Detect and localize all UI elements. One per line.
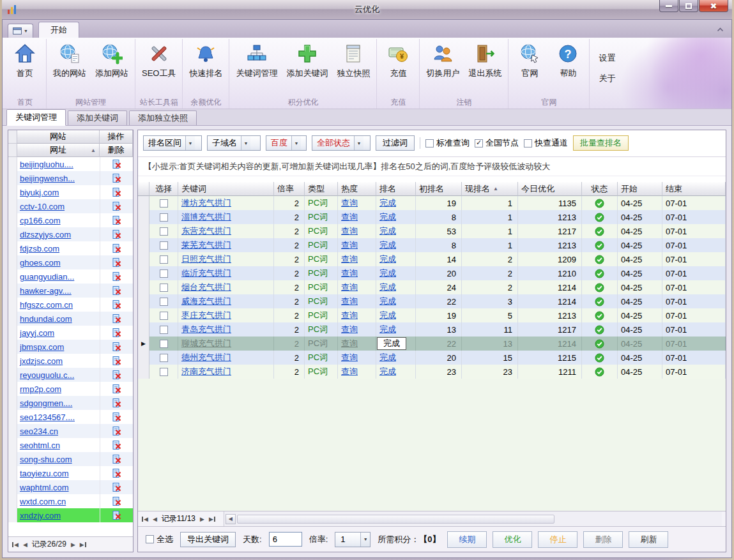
tab-add-snapshot[interactable]: 添加独立快照 [129,110,197,125]
exit-button[interactable]: 退出系统 [464,39,506,79]
rate-dropdown[interactable]: 1▼ [335,532,371,547]
hot-query-link[interactable]: 查询 [341,324,358,335]
site-row[interactable]: jbmspx.com [8,340,133,354]
row-checkbox[interactable] [160,340,168,348]
col-header-init-rank[interactable]: 初排名 [416,182,462,196]
row-select-cell[interactable] [149,238,178,252]
site-link[interactable]: song-shu.com [20,455,72,464]
national-node-checkbox[interactable]: 全国节点 [475,137,519,149]
site-link[interactable]: seo234.cn [20,427,58,436]
site-row[interactable]: taoyiezu.com [8,466,133,480]
url-col-header[interactable]: 网址▲ [17,144,100,157]
site-link[interactable]: biyukj.com [20,188,59,197]
site-row[interactable]: ghoes.com [8,255,133,269]
row-select-cell[interactable] [149,280,178,294]
row-checkbox[interactable] [160,298,168,306]
keyword-link[interactable]: 东营充气拱门 [181,225,231,237]
delete-site-button[interactable] [100,480,133,494]
grid-row[interactable]: 莱芜充气拱门 2 PC词 查询 完成 8 1 1213 04-25 07-01 [138,238,726,252]
keyword-link[interactable]: 聊城充气拱门 [181,338,231,349]
action-button[interactable]: 刷新 [629,531,668,548]
site-link[interactable]: beijingwensh... [20,174,75,183]
status-dropdown[interactable]: 全部状态▼ [312,135,371,151]
my-websites-button[interactable]: 我的网站 [49,39,91,79]
close-button[interactable]: ✖ [699,0,728,12]
delete-site-button[interactable] [100,227,133,241]
site-link[interactable]: reyouguolu.c... [20,370,74,380]
grid-row[interactable]: 德州充气拱门 2 PC词 查询 完成 20 15 1215 04-25 07-0… [138,351,726,365]
delete-site-button[interactable] [100,494,133,508]
site-row[interactable]: hawker-agv.... [8,284,133,298]
site-row[interactable]: jayyj.com [8,326,133,340]
engine-dropdown[interactable]: 百度▼ [266,135,307,151]
official-website-button[interactable]: 官网 [510,39,549,79]
site-row[interactable]: song-shu.com [8,452,133,466]
switch-user-button[interactable]: 切换用户 [422,39,464,79]
site-link[interactable]: cp166.com [20,216,61,225]
site-link[interactable]: fdjzsb.com [20,244,59,254]
col-header-type[interactable]: 类型 [305,182,338,196]
keyword-link[interactable]: 淄博充气拱门 [181,211,231,223]
last-page-icon[interactable]: ▶ [209,516,215,522]
site-link[interactable]: xndzjy.com [20,511,61,520]
site-link[interactable]: hndundai.com [20,314,72,324]
first-page-icon[interactable]: ◀ [12,541,19,548]
delete-site-button[interactable] [100,185,133,199]
keyword-link[interactable]: 德州充气拱门 [181,352,231,363]
site-row[interactable]: beijingluohu.... [8,157,133,171]
row-checkbox[interactable] [160,284,168,292]
site-link[interactable]: cctv-10.com [20,202,65,211]
hot-query-link[interactable]: 查询 [341,239,358,251]
site-link[interactable]: ghoes.com [20,258,61,268]
delete-site-button[interactable] [100,213,133,227]
site-link[interactable]: taoyiezu.com [20,469,69,478]
delete-site-button[interactable] [100,354,133,368]
keyword-link[interactable]: 日照充气拱门 [181,254,231,265]
site-row[interactable]: waphtml.com [8,480,133,494]
action-col-header[interactable]: 操作 [100,130,133,144]
col-header-end[interactable]: 结束 [662,182,726,196]
site-link[interactable]: dlzszyjys.com [20,230,71,239]
row-select-cell[interactable] [149,224,178,238]
rank-status-link[interactable]: 完成 [379,197,396,209]
site-row[interactable]: biyukj.com [8,185,133,199]
rank-status-link[interactable]: 完成 [379,211,396,223]
prev-page-icon[interactable]: ◀ [23,541,27,548]
delete-site-button[interactable] [100,298,133,312]
col-header-rank[interactable]: 排名 [376,182,416,196]
home-button[interactable]: 首页 [6,39,44,79]
site-row[interactable]: fdjzsb.com [8,241,133,255]
grid-row[interactable]: ▶ 聊城充气拱门 2 PC词 查询 完成 22 13 1214 04-25 07… [138,337,726,351]
rank-status-link[interactable]: 完成 [379,324,396,335]
site-link[interactable]: hfgszc.com.cn [20,300,73,310]
row-select-cell[interactable] [149,308,178,322]
col-header-cur-rank[interactable]: 现排名▲ [462,182,518,196]
add-website-button[interactable]: 添加网站 [91,39,133,79]
site-row[interactable]: sdgongmen.... [8,396,133,410]
row-checkbox[interactable] [160,269,168,278]
delete-site-button[interactable] [100,438,133,452]
grid-row[interactable]: 淄博充气拱门 2 PC词 查询 完成 8 1 1213 04-25 07-01 [138,210,726,224]
delete-site-button[interactable] [100,452,133,466]
row-select-cell[interactable] [149,337,178,351]
row-checkbox[interactable] [160,368,168,376]
delete-col-header[interactable]: 删除 [100,144,133,157]
tab-keyword-manage[interactable]: 关键词管理 [6,109,66,126]
scrollbar-thumb[interactable] [237,515,554,524]
rank-range-dropdown[interactable]: 排名区间▼ [143,135,202,151]
site-link[interactable]: seohtml.cn [20,441,60,450]
site-row[interactable]: xndzjy.com [8,508,133,522]
site-link[interactable]: guangyudian... [20,272,74,282]
site-row[interactable]: wxtd.com.cn [8,494,133,508]
hot-query-link[interactable]: 查询 [341,254,358,265]
grid-row[interactable]: 济南充气拱门 2 PC词 查询 完成 23 23 1211 04-25 07-0… [138,365,726,379]
delete-site-button[interactable] [100,157,133,171]
hot-query-link[interactable]: 查询 [341,282,358,293]
hot-query-link[interactable]: 查询 [341,197,358,209]
delete-site-button[interactable] [100,269,133,284]
grid-row[interactable]: 烟台充气拱门 2 PC词 查询 完成 24 2 1214 04-25 07-01 [138,280,726,294]
add-keyword-button[interactable]: 添加关键词 [282,39,332,79]
site-col-header[interactable]: 网站 [17,130,100,144]
row-select-cell[interactable] [149,252,178,266]
site-row[interactable]: beijingwensh... [8,171,133,185]
